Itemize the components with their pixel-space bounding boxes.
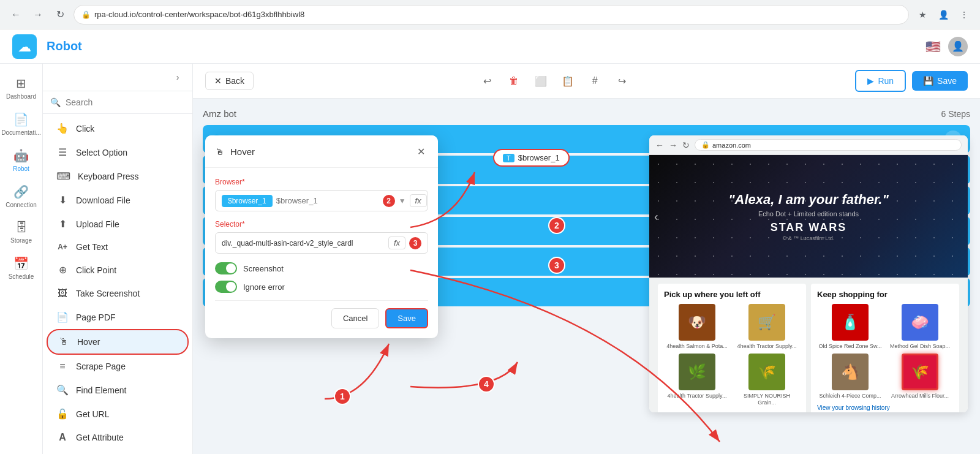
- tool-get-attribute-label: Get Attribute: [76, 433, 124, 442]
- product-6-img: 🧼: [902, 304, 938, 341]
- browser-badge-type-icon: T: [503, 154, 514, 162]
- product-5[interactable]: 🧴 Old Spice Red Zone Sw...: [817, 304, 883, 350]
- tool-scrape-page[interactable]: ≡ Scrape Page: [47, 355, 189, 378]
- clipboard-btn[interactable]: 📋: [558, 71, 578, 91]
- product-3[interactable]: 🌿 4health Tractor Supply...: [664, 354, 730, 406]
- workflow-area: Amz bot 6 Steps 🌐 Open Browser [ Url: ht…: [193, 99, 980, 454]
- tool-take-screenshot-label: Take Screenshot: [76, 289, 140, 298]
- sidebar-item-dashboard[interactable]: ⊞ Dashboard: [3, 71, 40, 105]
- ignore-error-toggle[interactable]: [215, 281, 237, 293]
- tool-upload-file[interactable]: ⬆ Upload File: [47, 212, 189, 236]
- user-avatar[interactable]: 👤: [948, 37, 968, 56]
- tool-get-attribute[interactable]: A Get Attribute: [47, 426, 189, 449]
- back-nav-btn[interactable]: ←: [7, 6, 24, 23]
- modal-save-btn[interactable]: Save: [385, 308, 428, 328]
- amazon-back-btn[interactable]: ←: [655, 140, 664, 150]
- delete-btn[interactable]: 🗑: [504, 71, 524, 91]
- selector-required-mark: *: [242, 220, 245, 229]
- flag-icon: 🇺🇸: [925, 39, 941, 54]
- left-panel: › 🔍 👆 Click ☰ Select Option ⌨ Keyboard P…: [43, 64, 193, 454]
- sidebar-item-schedule[interactable]: 📅 Schedule: [3, 251, 40, 285]
- product-4-name: SIMPLY NOURISH Grain...: [734, 393, 800, 406]
- tool-click[interactable]: 👆 Click: [47, 116, 189, 140]
- tool-get-url[interactable]: 🔓 Get URL: [47, 402, 189, 426]
- forward-nav-btn[interactable]: →: [29, 6, 47, 23]
- bookmark-btn[interactable]: ★: [914, 6, 931, 23]
- callout-3: 3: [548, 257, 565, 274]
- product-8[interactable]: 🌾 Arrowhead Mills Flour...: [887, 354, 953, 399]
- screenshot-toggle[interactable]: [215, 262, 237, 274]
- tool-hover[interactable]: 🖱 Hover: [47, 329, 189, 355]
- product-1[interactable]: 🐶 4health Salmon & Pota...: [664, 304, 730, 350]
- hover-modal-close-btn[interactable]: ✕: [413, 144, 428, 159]
- fx-btn-selector[interactable]: fx: [388, 236, 405, 249]
- amazon-preview: ← → ↻ 🔒 amazon.com ‹ "Alexa,: [649, 135, 968, 412]
- hero-prev-btn[interactable]: ‹: [654, 210, 658, 224]
- play-icon: ▶: [867, 76, 874, 86]
- sidebar-item-connection[interactable]: 🔗 Connection: [3, 180, 40, 213]
- address-bar[interactable]: 🔒 rpa-cloud.io/control-center/workspace/…: [74, 5, 909, 25]
- browser-selector[interactable]: $browser_1 2 ▼ fx: [215, 190, 428, 211]
- undo-btn[interactable]: ↩: [477, 71, 497, 91]
- amazon-url-bar: 🔒 amazon.com: [695, 139, 962, 151]
- search-bar: 🔍: [43, 91, 192, 114]
- profile-btn[interactable]: 👤: [935, 6, 952, 23]
- sidebar-label-documentation: Documentati...: [1, 129, 40, 136]
- product-2-img: 🛒: [748, 304, 785, 341]
- screenshot-label: Screenshot: [243, 264, 284, 273]
- browser-selector-right: 2 ▼ fx: [383, 194, 427, 207]
- section2-title: Keep shopping for: [817, 290, 953, 299]
- modal-cancel-btn[interactable]: Cancel: [331, 308, 379, 328]
- tool-download-file[interactable]: ⬇ Download File: [47, 188, 189, 212]
- layout-btn[interactable]: ⬜: [531, 71, 551, 91]
- toolbar-right: ▶ Run 💾 Save: [855, 70, 968, 92]
- hash-btn[interactable]: #: [585, 71, 605, 91]
- refresh-btn[interactable]: ↻: [51, 6, 69, 23]
- ignore-error-label: Ignore error: [243, 282, 285, 292]
- steps-count: 6 Steps: [941, 109, 970, 119]
- tool-take-screenshot[interactable]: 🖼 Take Screenshot: [47, 282, 189, 305]
- save-button[interactable]: 💾 Save: [912, 71, 968, 91]
- product-3-name: 4health Tractor Supply...: [664, 393, 730, 399]
- run-button[interactable]: ▶ Run: [855, 70, 906, 92]
- browser-badge-text: $browser_1: [518, 153, 560, 162]
- sidebar-item-documentation[interactable]: 📄 Documentati...: [3, 107, 40, 141]
- hero-text-block: "Alexa, I am your father." Echo Dot + Li…: [728, 192, 889, 241]
- browser-field-input[interactable]: [276, 196, 379, 205]
- hover-modal-title-area: 🖱 Hover: [215, 146, 255, 157]
- tool-click-point[interactable]: ⊕ Click Point: [47, 258, 189, 282]
- view-history-link[interactable]: View your browsing history: [817, 402, 953, 412]
- svg-text:☁: ☁: [18, 39, 31, 55]
- sidebar-item-robot[interactable]: 🤖 Robot: [3, 143, 40, 177]
- tool-find-element[interactable]: 🔍 Find Element: [47, 378, 189, 402]
- tool-keyboard-press[interactable]: ⌨ Keyboard Press: [47, 164, 189, 188]
- find-element-icon: 🔍: [56, 384, 69, 396]
- tool-page-pdf[interactable]: 📄 Page PDF: [47, 305, 189, 329]
- menu-btn[interactable]: ⋮: [956, 6, 973, 23]
- collapse-panel-btn[interactable]: ›: [170, 70, 185, 85]
- fx-btn-browser[interactable]: fx: [410, 194, 427, 207]
- browser-tag: $browser_1: [222, 195, 273, 207]
- amazon-lock-icon: 🔒: [701, 141, 710, 149]
- tool-select-option[interactable]: ☰ Select Option: [47, 140, 189, 164]
- selector-input[interactable]: [222, 239, 385, 248]
- sidebar-item-storage[interactable]: 🗄 Storage: [3, 216, 40, 249]
- selector-input-container[interactable]: fx 3: [215, 232, 428, 254]
- click-icon: 👆: [56, 123, 69, 134]
- tool-get-text[interactable]: A+ Get Text: [47, 236, 189, 258]
- product-6[interactable]: 🧼 Method Gel Dish Soap...: [887, 304, 953, 350]
- browser-step-num: 2: [383, 195, 395, 207]
- product-4[interactable]: 🌾 SIMPLY NOURISH Grain...: [734, 354, 800, 406]
- product-7[interactable]: 🐴 Schleich 4-Piece Comp...: [817, 354, 883, 399]
- save-icon: 💾: [923, 76, 933, 86]
- product-2[interactable]: 🛒 4health Tractor Supply...: [734, 304, 800, 350]
- get-attribute-icon: A: [56, 432, 69, 443]
- browser-chrome: ← → ↻ 🔒 rpa-cloud.io/control-center/work…: [0, 0, 980, 29]
- get-text-icon: A+: [56, 243, 69, 251]
- hover-modal: 🖱 Hover ✕ Browser* $browser_1: [205, 135, 438, 338]
- amazon-refresh-btn[interactable]: ↻: [682, 140, 690, 150]
- back-button[interactable]: ✕ Back: [205, 72, 254, 90]
- redo-btn[interactable]: ↪: [612, 71, 631, 91]
- search-input[interactable]: [66, 97, 185, 107]
- amazon-forward-btn[interactable]: →: [669, 140, 677, 150]
